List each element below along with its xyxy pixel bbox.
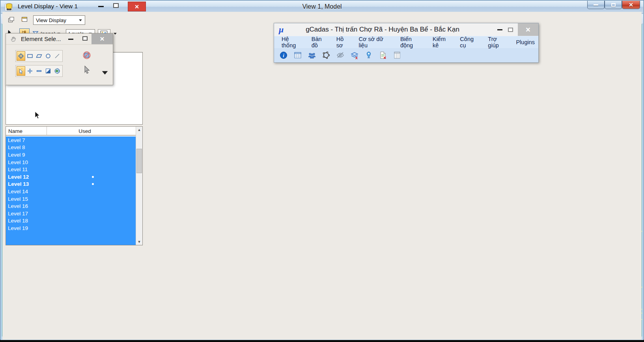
element-selection-title: Element Sele... [21,36,61,42]
prohibit-icon [82,51,91,60]
level-row[interactable]: Level 18 [6,217,136,225]
gcadas-close-button[interactable]: ✕ [518,23,538,36]
hide-eye-button[interactable] [336,50,345,60]
select-line-button[interactable] [53,51,62,61]
scroll-down-arrow[interactable]: ▼ [136,239,142,245]
level-name: Level 10 [6,159,28,165]
select-smart-button[interactable] [17,66,25,76]
level-row[interactable]: Level 16 [6,202,136,210]
level-row[interactable]: Level 17 [6,210,136,217]
select-smart-icon [17,67,24,75]
layers-remove-icon: x [350,51,359,60]
apply-to-open-views-button[interactable] [6,15,17,25]
gray-cursor-button[interactable] [82,64,92,75]
maximize-button[interactable] [605,1,622,9]
apply-window-icon [21,16,29,24]
level-row[interactable]: Level 13 [6,181,136,188]
users-group-button[interactable] [307,50,317,60]
menu-item-3[interactable]: Hồ sơ [333,36,355,49]
ld-maximize-button[interactable] [113,3,119,8]
gcadas-title: gCadas - Thị trấn Chợ Rã - Huyện Ba Bể -… [274,26,491,34]
level-row[interactable]: Level 11 [6,166,136,173]
column-used[interactable]: Used [53,128,116,134]
select-add-button[interactable] [26,66,34,76]
apply-to-window-button[interactable] [20,15,30,25]
column-divider[interactable] [47,127,47,135]
select-invert-button[interactable] [44,66,52,76]
level-row[interactable]: Level 7 [6,136,136,144]
layers-remove-button[interactable]: x [350,50,359,60]
select-circle-icon [45,52,52,60]
hand-pointer-icon [10,36,17,43]
element-selection-dialog[interactable]: Element Sele... ✕ [6,33,113,85]
close-icon: ✕ [629,2,633,7]
level-row[interactable]: Level 12 [6,173,136,181]
select-add-icon [26,67,34,75]
select-all-globe-button[interactable] [53,66,62,76]
levels-list[interactable]: Level 7Level 8Level 9Level 10Level 11Lev… [6,136,136,245]
menu-item-6[interactable]: Kiểm kê [429,36,456,49]
es-maximize-button[interactable] [82,36,88,41]
select-circle-button[interactable] [44,51,52,61]
copy-window-icon [7,16,15,24]
select-individual-button[interactable] [17,51,25,61]
gcadas-window[interactable]: μ gCadas - Thị trấn Chợ Rã - Huyện Ba Bể… [274,23,539,63]
selection-mode-toolbar [15,65,63,77]
levels-table-header[interactable]: Name Used [6,127,136,136]
level-row[interactable]: Level 8 [6,144,136,151]
location-pin-button[interactable] [364,50,373,60]
info-icon: i [279,51,288,60]
menu-item-7[interactable]: Công cụ [456,36,484,49]
menu-item-1[interactable]: Hệ thống [278,36,308,49]
levels-table[interactable]: Name Used Level 7Level 8Level 9Level 10L… [6,126,143,245]
menu-item-9[interactable]: Plugins [512,39,538,45]
view-display-dropdown[interactable]: View Display [33,15,85,25]
level-row[interactable]: Level 19 [6,224,136,232]
menu-item-5[interactable]: Biến động [397,36,429,49]
level-row[interactable]: Level 9 [6,151,136,159]
gray-cursor-icon [82,65,91,74]
level-row[interactable]: Level 14 [6,188,136,195]
attribute-table-button[interactable] [293,50,302,60]
document-delete-button[interactable]: ✕ [378,50,388,60]
menu-item-8[interactable]: Trợ giúp [484,36,512,49]
select-invert-icon [45,67,52,75]
scroll-up-arrow[interactable]: ▲ [136,127,142,133]
chevron-down-icon [101,68,109,77]
gcadas-titlebar[interactable]: μ gCadas - Thị trấn Chợ Rã - Huyện Ba Bể… [274,23,538,36]
select-shape-button[interactable] [35,51,43,61]
columns-grid-button[interactable] [392,50,402,60]
document-delete-icon: ✕ [379,51,387,60]
level-name: Level 9 [6,152,25,158]
scroll-thumb[interactable] [136,149,142,173]
level-display-titlebar[interactable]: Level Display - View 1 ✕ [0,0,148,12]
es-minimize-button[interactable] [68,39,73,40]
ld-minimize-button[interactable] [98,6,104,7]
close-button[interactable]: ✕ [622,1,640,9]
prohibit-selection-button[interactable] [82,50,92,60]
info-button[interactable]: i [279,50,288,60]
parcel-polygon-button[interactable] [321,50,331,60]
ld-close-button[interactable]: ✕ [128,2,146,11]
location-pin-icon [364,51,373,60]
es-close-button[interactable]: ✕ [91,34,113,44]
menu-item-4[interactable]: Cơ sở dữ liệu [355,36,396,49]
level-name: Level 13 [6,181,29,187]
gcadas-maximize-button[interactable] [508,28,513,32]
select-block-button[interactable] [26,51,34,61]
select-subtract-button[interactable] [35,66,43,76]
level-row[interactable]: Level 15 [6,195,136,203]
minimize-button[interactable] [587,1,605,9]
level-row[interactable]: Level 10 [6,159,136,166]
level-name: Level 11 [6,166,28,172]
element-selection-titlebar[interactable]: Element Sele... ✕ [6,34,113,44]
column-name[interactable]: Name [8,128,22,134]
used-dot [92,176,94,178]
es-more-button[interactable] [100,67,110,78]
chevron-down-icon[interactable] [113,32,117,36]
menu-item-2[interactable]: Bản đồ [308,36,333,49]
levels-database-icon [5,2,13,10]
gcadas-minimize-button[interactable] [497,29,502,30]
levels-scrollbar[interactable]: ▲ ▼ [136,127,142,245]
columns-grid-icon [393,51,401,60]
